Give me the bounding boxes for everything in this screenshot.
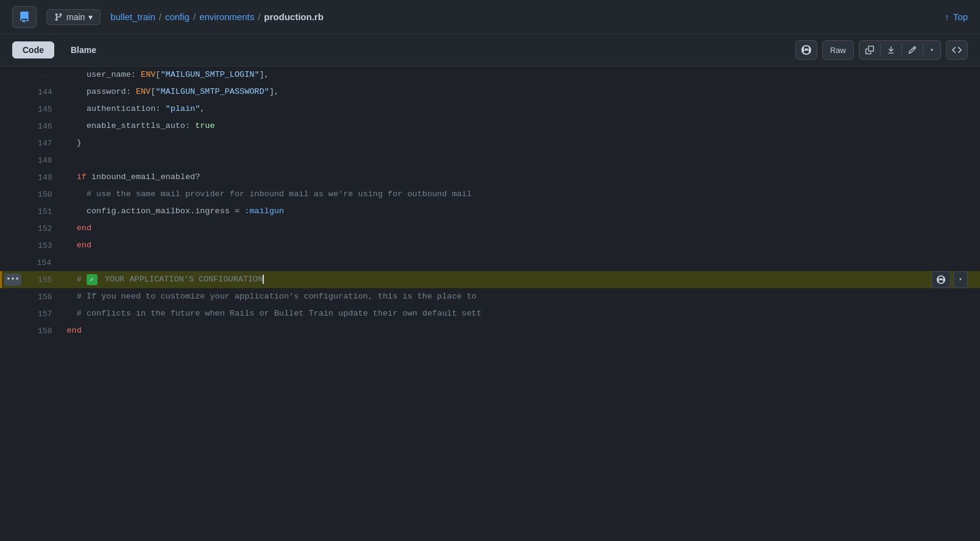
symbol-button[interactable] bbox=[946, 40, 968, 60]
line-number[interactable]: 149 bbox=[26, 169, 62, 186]
table-row: 154 bbox=[1, 254, 981, 271]
breadcrumb-sep1: / bbox=[159, 12, 162, 22]
line-extra bbox=[1, 186, 26, 203]
line-code: authentication: "plain", bbox=[62, 101, 981, 118]
line-code bbox=[62, 152, 981, 169]
breadcrumb-config[interactable]: config bbox=[165, 12, 190, 22]
table-row: 147 } bbox=[1, 135, 981, 152]
line-code: enable_starttls_auto: true bbox=[62, 118, 981, 135]
chevron-down-icon: ▾ bbox=[959, 275, 962, 284]
repo-icon-button[interactable] bbox=[12, 6, 37, 28]
tab-code[interactable]: Code bbox=[12, 41, 54, 58]
line-number[interactable]: 155 bbox=[26, 271, 62, 288]
table-row: 146 enable_starttls_auto: true bbox=[1, 118, 981, 135]
breadcrumb: bullet_train / config / environments / p… bbox=[110, 12, 935, 22]
line-code: end bbox=[62, 322, 981, 339]
copilot-row-icon bbox=[937, 275, 945, 284]
line-extra bbox=[1, 237, 26, 254]
breadcrumb-sep2: / bbox=[193, 12, 196, 22]
toolbar-right: Raw ▾ bbox=[795, 40, 968, 60]
top-bar: main ▾ bullet_train / config / environme… bbox=[0, 0, 980, 34]
top-arrow-icon: ↑ bbox=[945, 12, 950, 22]
line-extra bbox=[1, 220, 26, 237]
table-row: 158end bbox=[1, 322, 981, 339]
line-number[interactable]: 158 bbox=[26, 322, 62, 339]
line-number[interactable]: 152 bbox=[26, 220, 62, 237]
line-number[interactable]: 145 bbox=[26, 101, 62, 118]
line-extra bbox=[1, 322, 26, 339]
more-options-button[interactable]: ▾ bbox=[923, 40, 940, 60]
line-extra bbox=[1, 118, 26, 135]
download-icon bbox=[887, 46, 895, 54]
chevron-down-icon: ▾ bbox=[930, 46, 934, 54]
line-code: # ✓ YOUR APPLICATION'S CONFIGURATION▾ bbox=[62, 271, 981, 288]
expand-dots-button[interactable]: ••• bbox=[4, 274, 21, 286]
line-code: # conflicts in the future when Rails or … bbox=[62, 305, 981, 322]
row-dropdown-button[interactable]: ▾ bbox=[953, 271, 968, 288]
table-row: 157 # conflicts in the future when Rails… bbox=[1, 305, 981, 322]
table-row: 153 end bbox=[1, 237, 981, 254]
branch-label: main bbox=[66, 12, 85, 22]
branch-icon bbox=[54, 13, 63, 21]
line-extra bbox=[1, 305, 26, 322]
line-code bbox=[62, 254, 981, 271]
line-extra bbox=[1, 66, 26, 83]
line-code: user_name: ENV["MAILGUN_SMTP_LOGIN"], bbox=[62, 66, 981, 83]
line-number[interactable]: 150 bbox=[26, 186, 62, 203]
line-code: # use the same mail provider for inbound… bbox=[62, 186, 981, 203]
table-row: 144 password: ENV["MAILGUN_SMTP_PASSWORD… bbox=[1, 83, 981, 101]
checkbox-icon: ✓ bbox=[87, 274, 98, 285]
copy-icon bbox=[865, 46, 874, 54]
breadcrumb-repo[interactable]: bullet_train bbox=[110, 12, 155, 22]
line-number[interactable]: ··· bbox=[26, 66, 62, 83]
line-extra bbox=[1, 152, 26, 169]
line-number[interactable]: 157 bbox=[26, 305, 62, 322]
line-code: end bbox=[62, 220, 981, 237]
file-actions-group: ▾ bbox=[859, 40, 941, 60]
download-button[interactable] bbox=[881, 40, 901, 60]
symbol-icon bbox=[952, 45, 962, 55]
line-code: end bbox=[62, 237, 981, 254]
line-number[interactable]: 146 bbox=[26, 118, 62, 135]
line-extra bbox=[1, 203, 26, 220]
table-row: 150 # use the same mail provider for inb… bbox=[1, 186, 981, 203]
copilot-icon bbox=[801, 45, 811, 55]
line-extra bbox=[1, 288, 26, 305]
table-row: ··· user_name: ENV["MAILGUN_SMTP_LOGIN"]… bbox=[1, 66, 981, 83]
top-link[interactable]: ↑ Top bbox=[945, 12, 968, 22]
branch-selector[interactable]: main ▾ bbox=[46, 9, 101, 25]
breadcrumb-filename: production.rb bbox=[264, 12, 324, 22]
line-code: } bbox=[62, 135, 981, 152]
tab-blame[interactable]: Blame bbox=[60, 41, 107, 58]
line-number[interactable]: 153 bbox=[26, 237, 62, 254]
line-number[interactable]: 156 bbox=[26, 288, 62, 305]
row-copilot-button[interactable] bbox=[931, 271, 951, 288]
copy-button[interactable] bbox=[859, 40, 880, 60]
code-area[interactable]: ··· user_name: ENV["MAILGUN_SMTP_LOGIN"]… bbox=[0, 66, 980, 339]
breadcrumb-sep3: / bbox=[258, 12, 260, 22]
text-cursor bbox=[263, 275, 264, 284]
line-extra bbox=[1, 254, 26, 271]
copilot-toolbar-button[interactable] bbox=[795, 40, 817, 60]
table-row: 152 end bbox=[1, 220, 981, 237]
line-number[interactable]: 151 bbox=[26, 203, 62, 220]
edit-icon bbox=[908, 46, 917, 54]
table-row: 148 bbox=[1, 152, 981, 169]
line-extra bbox=[1, 101, 26, 118]
line-number[interactable]: 148 bbox=[26, 152, 62, 169]
line-number[interactable]: 147 bbox=[26, 135, 62, 152]
chevron-down-icon: ▾ bbox=[88, 12, 93, 22]
top-right-area: ↑ Top bbox=[945, 12, 968, 22]
repo-icon bbox=[19, 12, 30, 23]
table-row: 149 if inbound_email_enabled? bbox=[1, 169, 981, 186]
line-number[interactable]: 144 bbox=[26, 83, 62, 101]
edit-button[interactable] bbox=[902, 40, 923, 60]
table-row: 145 authentication: "plain", bbox=[1, 101, 981, 118]
table-row: 151 config.action_mailbox.ingress = :mai… bbox=[1, 203, 981, 220]
line-code: # If you need to customize your applicat… bbox=[62, 288, 981, 305]
breadcrumb-environments[interactable]: environments bbox=[199, 12, 254, 22]
row-actions: ▾ bbox=[931, 271, 968, 288]
line-number[interactable]: 154 bbox=[26, 254, 62, 271]
raw-button[interactable]: Raw bbox=[822, 40, 854, 60]
toolbar: Code Blame Raw bbox=[0, 34, 980, 66]
